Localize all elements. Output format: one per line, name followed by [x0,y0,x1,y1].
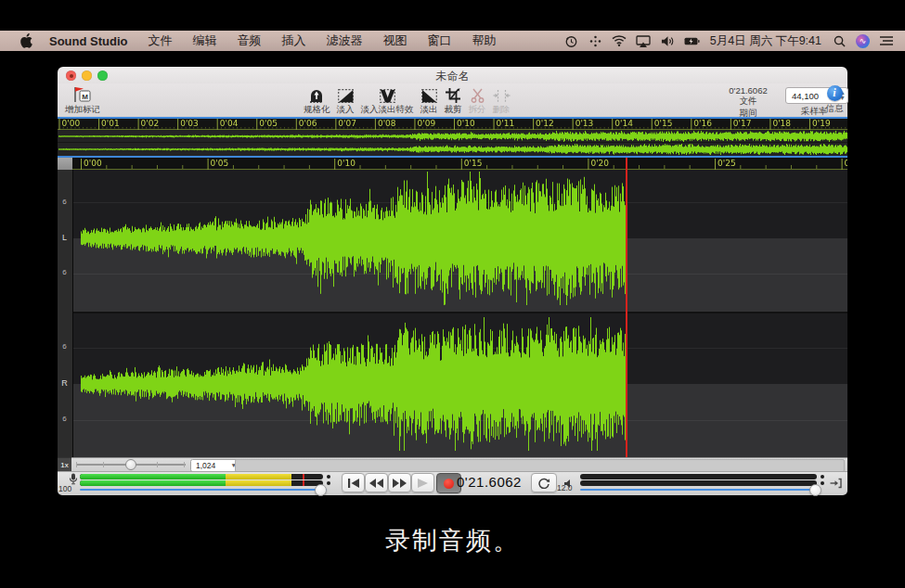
toolbar-button-2[interactable]: 淡入淡出特效 [361,84,414,116]
overview-top-border [58,117,847,119]
toolbar-button-0[interactable]: 规格化 [304,84,330,116]
playhead[interactable] [626,158,627,457]
toolbar-button-label: 淡入淡出特效 [361,104,414,116]
channel-left-label: L [58,233,71,242]
horizontal-scrollbar[interactable] [235,459,845,472]
info-label: 信息 [821,103,848,115]
peak-led [821,481,824,485]
toolbar-button-4[interactable]: 裁剪 [445,84,462,116]
apple-menu-icon[interactable] [20,33,33,48]
menu-item-2[interactable]: 音频 [226,31,271,51]
output-level-meter [580,480,817,486]
siri-icon[interactable]: ∿ [856,34,870,48]
delete-icon [493,86,511,103]
go-to-end-icon[interactable] [830,476,842,492]
play-button[interactable] [411,473,434,492]
sample-rate-value: 44,100 [792,91,819,101]
ruler-corner-cell [58,158,73,170]
overview-ruler-canvas [58,118,847,130]
marker-flag-icon: M [72,86,93,103]
toolbar-button-label: 淡入 [337,104,355,116]
db-label: 6 [58,342,71,351]
input-level-meter [80,480,323,486]
input-volume-slider[interactable] [80,489,327,492]
toolbar-button-5: 拆分 [469,84,486,116]
rewind-button[interactable] [365,473,388,492]
spotlight-icon[interactable] [832,33,847,48]
output-gain-value: 12.0 [557,483,573,492]
menu-item-3[interactable]: 插入 [271,31,316,51]
menu-item-7[interactable]: 帮助 [461,31,506,51]
menu-item-4[interactable]: 滤波器 [316,31,372,51]
airplay-icon[interactable] [636,33,652,48]
toolbar-button-3[interactable]: 淡出 [420,84,438,116]
caption-text: 录制音频。 [0,524,905,557]
input-source-icon[interactable] [588,33,603,48]
menu-item-1[interactable]: 编辑 [182,31,226,51]
resolution-value: 1,024 [196,461,215,470]
toolbar-button-label: 拆分 [469,104,486,116]
toolbar-button-label: 删除 [493,104,511,116]
toolbar-button-label: 淡出 [420,104,438,116]
output-volume-slider[interactable] [580,489,820,492]
input-level-meter [80,474,323,479]
zoom-slider-knob[interactable] [125,459,136,470]
menu-item-0[interactable]: 文件 [137,31,182,51]
menu-item-6[interactable]: 窗口 [417,31,461,51]
toolbar-button-1[interactable]: 淡入 [337,84,355,116]
crop-icon [446,86,461,103]
peak-led [327,475,330,479]
output-volume-knob[interactable] [809,484,821,496]
toolbar-group: 规格化淡入淡入淡出特效淡出裁剪拆分删除 [304,84,511,116]
add-marker-label: 增加标记 [65,104,100,116]
overview-waveform-canvas [58,130,847,156]
loop-button[interactable] [531,473,557,492]
db-label: 6 [58,198,71,206]
split-scissors-icon [471,86,485,103]
waveform-editor[interactable] [72,170,847,457]
channel-right-label: R [58,378,71,388]
battery-charging-icon[interactable] [684,33,700,48]
info-field: i 信息 [821,84,848,115]
resolution-select[interactable]: 1,024 ▼ [190,459,240,472]
add-marker-button[interactable]: M 增加标记 [65,84,100,116]
overview-bottom-border [58,156,847,158]
time-ruler-canvas [72,158,847,170]
normalize-icon [308,86,325,103]
volume-icon[interactable] [660,33,676,48]
time-display: 0'21.6062 [457,474,531,490]
fast-forward-button[interactable] [388,473,411,492]
menu-app-name[interactable]: Sound Studio [39,34,137,48]
menu-item-5[interactable]: 视图 [372,31,417,51]
document-title: 未命名 [58,69,847,84]
peak-led [821,475,824,479]
toolbar-button-label: 规格化 [304,104,330,116]
amplitude-gutter: 6 L 6 6 R 6 [58,170,73,457]
fade-out-icon [421,86,437,103]
duration-unit: 文件 [715,96,782,106]
duration-field: 0'21.6062 文件 期间 [715,85,782,118]
toolbar-button-6: 删除 [493,84,511,116]
desktop: Sound Studio 文件编辑音频插入滤波器视图窗口帮助 5月4日 周六 下 [0,0,905,588]
scale-indicator: 1x [58,457,71,472]
db-label: 6 [58,415,71,423]
time-machine-icon[interactable] [563,33,579,48]
toolbar-button-label: 裁剪 [445,104,462,116]
go-to-start-button[interactable] [342,473,365,492]
duration-value: 0'21.6062 [715,85,782,96]
wifi-icon[interactable] [612,33,627,48]
fade-in-icon [338,86,354,103]
menu-clock[interactable]: 5月4日 周六 下午9:41 [708,33,823,49]
input-gain-value: 100 [58,484,71,493]
peak-led [327,481,330,485]
info-icon[interactable]: i [827,85,843,101]
crossfade-icon [380,86,395,103]
input-volume-knob[interactable] [315,484,327,496]
notification-center-icon[interactable] [878,33,894,48]
menu-bar: Sound Studio 文件编辑音频插入滤波器视图窗口帮助 5月4日 周六 下 [0,31,905,51]
svg-text:M: M [82,93,88,101]
db-label: 6 [58,268,71,276]
output-level-meter [580,474,817,479]
